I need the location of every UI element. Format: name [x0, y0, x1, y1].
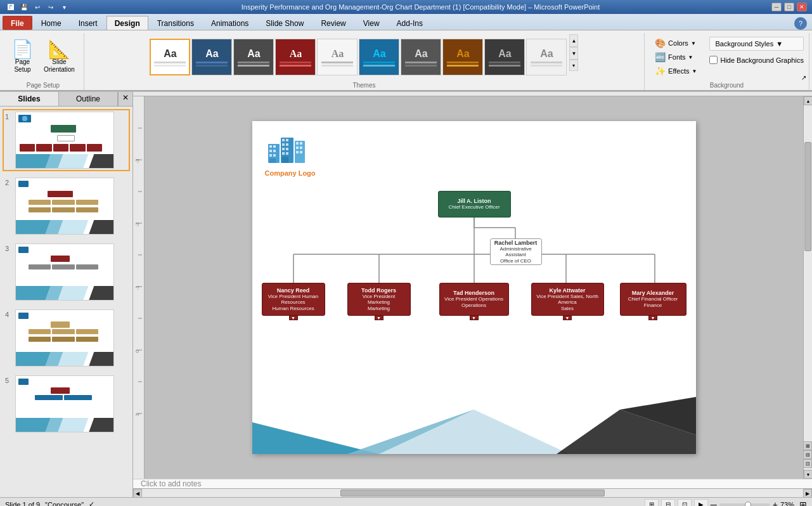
- tab-insert[interactable]: Insert: [70, 16, 106, 30]
- close-sidebar-button[interactable]: ✕: [118, 92, 132, 106]
- theme-9[interactable]: Aa: [484, 39, 525, 75]
- minimize-button[interactable]: ─: [771, 3, 782, 11]
- tab-slideshow[interactable]: Slide Show: [257, 16, 312, 30]
- customize-quick-access[interactable]: ▾: [58, 1, 70, 13]
- effects-button[interactable]: ✨ Effects ▼: [652, 65, 699, 77]
- vp-3-box[interactable]: Tad Henderson Vice President OperationsO…: [439, 283, 509, 316]
- page-setup-button[interactable]: 📄 PageSetup: [8, 38, 37, 76]
- vp-1-name: Nancy Reed: [277, 287, 310, 294]
- side-zoom-btn-2[interactable]: ⊟: [803, 450, 812, 459]
- save-button[interactable]: 💾: [18, 1, 30, 13]
- scroll-thumb-h[interactable]: [340, 490, 605, 496]
- theme-3[interactable]: Aa: [233, 39, 274, 75]
- vp-1-box[interactable]: Nancy Reed Vice President Human Resource…: [262, 283, 325, 316]
- svg-text:1: 1: [134, 413, 140, 416]
- themes-more[interactable]: ▾: [569, 60, 578, 71]
- reading-view-button[interactable]: ⊡: [678, 499, 692, 507]
- vp-3-title: Vice President OperationsOperations: [444, 296, 503, 308]
- tab-animations[interactable]: Animations: [203, 16, 257, 30]
- vp-2-expand[interactable]: ▼: [375, 315, 383, 320]
- slide-item-5[interactable]: 5: [3, 373, 130, 435]
- thumb-4-ceo: [51, 321, 70, 328]
- tab-view[interactable]: View: [355, 16, 388, 30]
- slide-orientation-button[interactable]: 📐 SlideOrientation: [40, 38, 79, 76]
- slide-4-number: 4: [5, 311, 15, 367]
- tab-file[interactable]: File: [3, 16, 32, 30]
- theme-6[interactable]: Aa: [359, 39, 399, 75]
- colors-button[interactable]: 🎨 Colors ▼: [652, 37, 699, 49]
- slideshow-button[interactable]: ▶: [694, 499, 708, 507]
- hide-graphics-checkbox[interactable]: [709, 56, 718, 64]
- fit-slide-button[interactable]: ⊞: [799, 500, 807, 507]
- scroll-right-button[interactable]: ▶: [803, 489, 812, 498]
- vp-5-box[interactable]: Mary Alexander Chief Financial OfficerFi…: [620, 283, 686, 316]
- scroll-track-v[interactable]: [804, 105, 812, 470]
- slide-item-4[interactable]: 4: [3, 307, 130, 369]
- main-slide[interactable]: Company Logo: [252, 121, 696, 454]
- tab-addins[interactable]: Add-Ins: [389, 16, 431, 30]
- scroll-left-button[interactable]: ◀: [133, 489, 142, 498]
- fonts-button[interactable]: 🔤 Fonts ▼: [652, 51, 699, 63]
- scroll-up-button[interactable]: ▲: [804, 96, 812, 105]
- vp-2-box[interactable]: Todd Rogers Vice President MarketingMark…: [347, 283, 411, 316]
- undo-button[interactable]: ↩: [32, 1, 43, 13]
- close-button[interactable]: ✕: [797, 3, 807, 11]
- zoom-in-button[interactable]: +: [773, 500, 778, 507]
- vp-3-expand[interactable]: ▼: [470, 315, 479, 320]
- notes-area[interactable]: Click to add notes: [133, 479, 812, 488]
- scroll-down-button[interactable]: ▼: [804, 470, 812, 479]
- thumb-2-decor: [16, 220, 113, 234]
- theme-8[interactable]: Aa: [442, 39, 483, 75]
- themes-scroll-down[interactable]: ▼: [569, 47, 578, 60]
- scroll-track-h[interactable]: [142, 489, 803, 497]
- vp-1-expand[interactable]: ▼: [289, 315, 298, 320]
- status-left: Slide 1 of 9 "Concourse" ✓: [5, 500, 94, 506]
- background-group: 🎨 Colors ▼ 🔤 Fonts ▼ ✨ Effects ▼: [645, 33, 809, 90]
- theme-5[interactable]: Aa: [317, 39, 358, 75]
- side-zoom-btn-3[interactable]: ⊡: [803, 459, 812, 468]
- vp-4-box[interactable]: Kyle Attwater Vice President Sales, Nort…: [531, 283, 604, 316]
- outline-tab[interactable]: Outline: [59, 92, 118, 106]
- help-icon[interactable]: ?: [794, 17, 807, 30]
- slide-sorter-button[interactable]: ⊟: [661, 499, 675, 507]
- slide-item-1[interactable]: 1: [3, 109, 130, 171]
- themes-scroll-up[interactable]: ▲: [569, 34, 578, 47]
- zoom-slider[interactable]: [719, 503, 770, 506]
- normal-view-button[interactable]: ⊞: [645, 499, 659, 507]
- vp-4-expand[interactable]: ▼: [563, 315, 572, 320]
- theme-5-aa: Aa: [332, 48, 344, 60]
- background-expand-icon[interactable]: ↗: [801, 74, 806, 81]
- thumb-3-row: [29, 264, 98, 269]
- theme-7[interactable]: Aa: [401, 39, 441, 75]
- ceo-box[interactable]: Jill A. Liston Chief Executive Officer: [438, 191, 511, 217]
- vertical-scrollbar[interactable]: ▲ ▼ ⊞ ⊟ ⊡: [803, 96, 812, 479]
- tab-review[interactable]: Review: [313, 16, 354, 30]
- background-styles-button[interactable]: Background Styles ▼: [709, 37, 803, 51]
- vp-5-expand[interactable]: ▼: [648, 315, 657, 320]
- hide-graphics-row: Hide Background Graphics: [709, 56, 803, 64]
- maximize-button[interactable]: □: [784, 3, 794, 11]
- asst-box[interactable]: Rachel Lambert Administrative AssistantO…: [490, 238, 542, 265]
- fonts-label: Fonts: [668, 53, 686, 61]
- tab-home[interactable]: Home: [33, 16, 70, 30]
- theme-1[interactable]: Aa: [150, 39, 190, 75]
- thumb-5-logo: [18, 379, 29, 385]
- theme-10[interactable]: Aa: [526, 39, 567, 75]
- horizontal-ruler: -4 -3 -2 -1 0 1 2 3 4: [133, 92, 812, 96]
- zoom-out-button[interactable]: ─: [711, 500, 717, 507]
- vp-2-name: Todd Rogers: [361, 287, 396, 294]
- side-zoom-btn-1[interactable]: ⊞: [803, 441, 812, 450]
- theme-4[interactable]: Aa: [275, 39, 316, 75]
- zoom-slider-thumb[interactable]: [745, 502, 751, 507]
- slide-2-number: 2: [5, 179, 15, 235]
- tab-design[interactable]: Design: [106, 16, 148, 30]
- slide-item-2[interactable]: 2: [3, 175, 130, 237]
- slides-tab[interactable]: Slides: [0, 92, 59, 106]
- scroll-thumb-v[interactable]: [804, 142, 811, 252]
- redo-button[interactable]: ↪: [45, 1, 56, 13]
- theme-7-aa: Aa: [415, 48, 427, 60]
- tab-transitions[interactable]: Transitions: [149, 16, 202, 30]
- zoom-level: 73%: [780, 501, 794, 507]
- theme-2[interactable]: Aa: [191, 39, 232, 75]
- slide-item-3[interactable]: 3: [3, 241, 130, 303]
